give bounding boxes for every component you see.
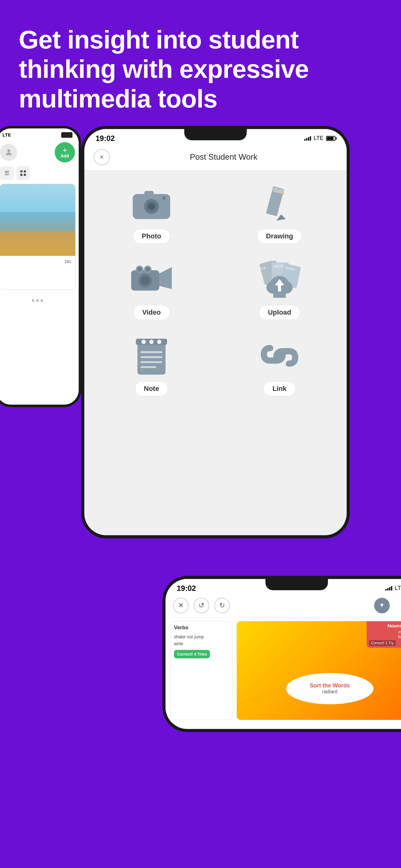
main-phone: 19:02 LTE × bbox=[81, 126, 350, 538]
camera-icon bbox=[131, 186, 172, 221]
second-status-right: LTE bbox=[386, 585, 401, 591]
sort-oval-title: Sort the Words bbox=[310, 682, 350, 689]
second-phone: 19:02 LTE ✕ ↺ ↻ bbox=[162, 576, 401, 732]
nouns-panel: Nouns mid picture baby apple Correct! 1 … bbox=[367, 621, 401, 648]
verify-btn[interactable]: Correct! 4 Tries bbox=[174, 650, 210, 658]
link-label: Link bbox=[263, 381, 295, 396]
video-camera-icon bbox=[130, 262, 173, 297]
note-icon-wrap bbox=[127, 336, 176, 376]
nouns-title: Nouns bbox=[369, 623, 401, 628]
card-badge: 10c bbox=[64, 259, 71, 264]
left-view-controls: ☰ bbox=[0, 166, 75, 180]
link-item[interactable]: Link bbox=[228, 336, 331, 396]
notepad-icon bbox=[133, 336, 170, 376]
drawing-icon-wrap bbox=[255, 183, 304, 224]
header-title: Post Student Work bbox=[110, 152, 337, 162]
nouns-check: Correct! 1 Try bbox=[369, 640, 396, 646]
second-phone-header: ✕ ↺ ↻ ▼ ✓ bbox=[166, 595, 401, 617]
lte-label: LTE bbox=[313, 135, 324, 142]
media-grid: Photo Drawing bbox=[84, 170, 347, 409]
signal-bars bbox=[304, 136, 311, 141]
hero-title: Get insight into student thinking with e… bbox=[19, 25, 382, 114]
svg-point-39 bbox=[157, 340, 162, 344]
main-status-right: LTE bbox=[304, 135, 335, 142]
note-label: Note bbox=[135, 381, 168, 396]
photo-icon-wrap bbox=[127, 183, 176, 224]
left-status-lte: LTE bbox=[2, 132, 11, 137]
left-statusbar: LTE bbox=[0, 128, 79, 140]
left-card-footer: 10c bbox=[0, 256, 75, 267]
sort-oval-word: radiant bbox=[322, 689, 338, 694]
noun-word-1: mid picture bbox=[369, 629, 401, 634]
cloud-upload-icon: FILE PHOTO VIDEO bbox=[256, 261, 303, 299]
grid-view-btn[interactable] bbox=[16, 166, 30, 180]
add-button[interactable]: + Add bbox=[55, 142, 75, 162]
svg-text:PHOTO: PHOTO bbox=[273, 265, 285, 269]
photo-label: Photo bbox=[133, 229, 170, 244]
svg-rect-2 bbox=[24, 170, 26, 173]
redo-btn[interactable]: ↻ bbox=[214, 598, 230, 613]
svg-rect-43 bbox=[140, 366, 156, 368]
dropdown-btn[interactable]: ▼ bbox=[374, 598, 390, 613]
left-battery bbox=[61, 132, 72, 138]
undo-btn[interactable]: ↺ bbox=[194, 598, 209, 613]
second-close-btn[interactable]: ✕ bbox=[173, 598, 189, 613]
svg-rect-41 bbox=[140, 356, 162, 358]
photo-item[interactable]: Photo bbox=[100, 183, 203, 244]
svg-point-20 bbox=[145, 267, 150, 272]
svg-point-37 bbox=[141, 340, 146, 344]
svg-rect-9 bbox=[144, 191, 154, 196]
svg-point-18 bbox=[137, 267, 142, 272]
svg-point-22 bbox=[140, 276, 150, 285]
video-icon-wrap bbox=[127, 259, 176, 300]
video-item[interactable]: Video bbox=[100, 259, 203, 320]
main-status-time: 19:02 bbox=[96, 134, 114, 143]
left-card: 10c bbox=[0, 184, 75, 290]
svg-marker-23 bbox=[159, 267, 172, 289]
close-button[interactable]: × bbox=[94, 149, 110, 165]
svg-point-8 bbox=[148, 204, 155, 210]
left-avatar bbox=[0, 144, 17, 161]
sort-content-area: Verbs shake run jump write Correct! 4 Tr… bbox=[166, 617, 401, 724]
left-card-image bbox=[0, 184, 75, 256]
noun-word-2: baby apple bbox=[369, 634, 401, 639]
hero-section: Get insight into student thinking with e… bbox=[0, 0, 401, 126]
verbs-words: shake run jump write bbox=[174, 633, 230, 647]
notch bbox=[184, 129, 247, 140]
svg-rect-42 bbox=[140, 361, 162, 363]
second-status-time: 19:02 bbox=[177, 584, 196, 593]
pencil-icon bbox=[262, 185, 297, 222]
svg-rect-1 bbox=[20, 170, 23, 173]
sort-main-area: Nouns mid picture baby apple Correct! 1 … bbox=[237, 621, 401, 720]
post-student-work-header: × Post Student Work bbox=[84, 145, 347, 170]
verbs-title: Verbs bbox=[174, 625, 230, 631]
drawing-item[interactable]: Drawing bbox=[228, 183, 331, 244]
svg-point-11 bbox=[163, 197, 165, 199]
svg-point-38 bbox=[149, 340, 154, 344]
phones-container: LTE + Add ☰ bbox=[0, 126, 401, 844]
drawing-label: Drawing bbox=[257, 229, 302, 244]
svg-marker-13 bbox=[276, 214, 286, 221]
note-item[interactable]: Note bbox=[100, 336, 203, 396]
verbs-panel: Verbs shake run jump write Correct! 4 Tr… bbox=[170, 621, 233, 720]
svg-rect-4 bbox=[24, 174, 26, 176]
upload-item[interactable]: FILE PHOTO VIDEO bbox=[228, 259, 331, 320]
left-phone: LTE + Add ☰ bbox=[0, 126, 81, 407]
upload-label: Upload bbox=[259, 305, 300, 320]
second-lte: LTE bbox=[395, 585, 401, 591]
video-label: Video bbox=[133, 305, 170, 320]
svg-rect-40 bbox=[140, 351, 162, 353]
second-notch bbox=[265, 579, 328, 590]
chain-link-icon bbox=[258, 337, 301, 375]
upload-icon-wrap: FILE PHOTO VIDEO bbox=[255, 259, 304, 300]
battery-icon bbox=[326, 136, 335, 141]
sort-oval: Sort the Words radiant bbox=[286, 673, 373, 704]
svg-rect-3 bbox=[20, 174, 23, 176]
list-view-btn[interactable]: ☰ bbox=[0, 166, 14, 180]
link-icon-wrap bbox=[255, 336, 304, 376]
second-signal bbox=[386, 586, 392, 591]
svg-point-0 bbox=[7, 149, 10, 152]
left-bottom-dots bbox=[0, 293, 79, 308]
